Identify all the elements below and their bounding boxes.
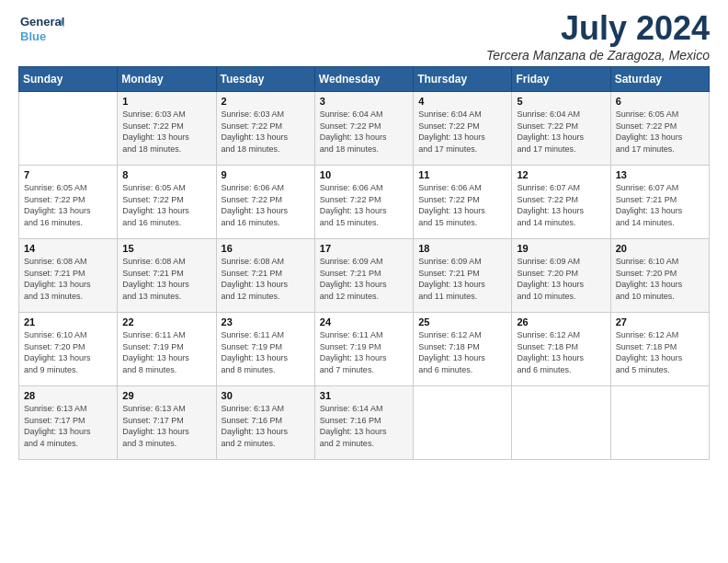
- day-number: 28: [24, 390, 112, 401]
- day-number: 22: [122, 316, 210, 327]
- svg-text:General: General: [20, 15, 64, 29]
- day-info: Sunrise: 6:06 AM Sunset: 7:22 PM Dayligh…: [320, 182, 408, 228]
- calendar-cell: [414, 386, 512, 460]
- day-number: 14: [24, 243, 112, 254]
- day-number: 18: [418, 243, 506, 254]
- calendar-cell: 14Sunrise: 6:08 AM Sunset: 7:21 PM Dayli…: [19, 239, 118, 313]
- day-info: Sunrise: 6:13 AM Sunset: 7:17 PM Dayligh…: [122, 403, 210, 449]
- day-number: 7: [24, 169, 112, 180]
- day-number: 23: [222, 316, 310, 327]
- column-header-sunday: Sunday: [19, 67, 118, 92]
- day-number: 17: [320, 243, 408, 254]
- calendar-cell: 5Sunrise: 6:04 AM Sunset: 7:22 PM Daylig…: [512, 92, 610, 166]
- day-number: 21: [24, 316, 112, 327]
- calendar-cell: [19, 92, 118, 166]
- calendar-cell: 24Sunrise: 6:11 AM Sunset: 7:19 PM Dayli…: [314, 313, 413, 386]
- day-number: 12: [517, 169, 605, 180]
- day-info: Sunrise: 6:10 AM Sunset: 7:20 PM Dayligh…: [616, 256, 704, 302]
- day-info: Sunrise: 6:11 AM Sunset: 7:19 PM Dayligh…: [122, 329, 210, 375]
- day-info: Sunrise: 6:08 AM Sunset: 7:21 PM Dayligh…: [222, 256, 310, 302]
- day-info: Sunrise: 6:08 AM Sunset: 7:21 PM Dayligh…: [24, 256, 112, 302]
- day-number: 13: [616, 169, 704, 180]
- calendar-cell: 29Sunrise: 6:13 AM Sunset: 7:17 PM Dayli…: [118, 386, 216, 460]
- day-number: 19: [517, 243, 605, 254]
- day-info: Sunrise: 6:04 AM Sunset: 7:22 PM Dayligh…: [517, 109, 605, 155]
- logo: General Blue: [18, 9, 64, 50]
- calendar-cell: 15Sunrise: 6:08 AM Sunset: 7:21 PM Dayli…: [118, 239, 216, 313]
- column-header-friday: Friday: [512, 67, 610, 92]
- day-info: Sunrise: 6:07 AM Sunset: 7:21 PM Dayligh…: [616, 182, 704, 228]
- calendar-cell: 20Sunrise: 6:10 AM Sunset: 7:20 PM Dayli…: [610, 239, 709, 313]
- day-info: Sunrise: 6:04 AM Sunset: 7:22 PM Dayligh…: [418, 109, 506, 155]
- day-number: 26: [517, 316, 605, 327]
- week-row-3: 14Sunrise: 6:08 AM Sunset: 7:21 PM Dayli…: [19, 239, 710, 313]
- day-info: Sunrise: 6:11 AM Sunset: 7:19 PM Dayligh…: [320, 329, 408, 375]
- calendar-cell: 4Sunrise: 6:04 AM Sunset: 7:22 PM Daylig…: [414, 92, 512, 166]
- calendar-cell: 27Sunrise: 6:12 AM Sunset: 7:18 PM Dayli…: [610, 313, 709, 386]
- week-row-4: 21Sunrise: 6:10 AM Sunset: 7:20 PM Dayli…: [19, 313, 710, 386]
- day-info: Sunrise: 6:03 AM Sunset: 7:22 PM Dayligh…: [122, 109, 210, 155]
- calendar-cell: 10Sunrise: 6:06 AM Sunset: 7:22 PM Dayli…: [314, 166, 413, 239]
- calendar-cell: 31Sunrise: 6:14 AM Sunset: 7:16 PM Dayli…: [314, 386, 413, 460]
- day-number: 24: [320, 316, 408, 327]
- day-number: 2: [222, 96, 310, 107]
- day-info: Sunrise: 6:11 AM Sunset: 7:19 PM Dayligh…: [222, 329, 310, 375]
- calendar-cell: 7Sunrise: 6:05 AM Sunset: 7:22 PM Daylig…: [19, 166, 118, 239]
- svg-text:Blue: Blue: [20, 29, 46, 43]
- day-number: 3: [320, 96, 408, 107]
- day-info: Sunrise: 6:03 AM Sunset: 7:22 PM Dayligh…: [222, 109, 310, 155]
- logo-svg: General Blue: [18, 9, 64, 50]
- day-info: Sunrise: 6:13 AM Sunset: 7:16 PM Dayligh…: [222, 403, 310, 449]
- day-info: Sunrise: 6:05 AM Sunset: 7:22 PM Dayligh…: [24, 182, 112, 228]
- day-info: Sunrise: 6:13 AM Sunset: 7:17 PM Dayligh…: [24, 403, 112, 449]
- calendar-cell: 18Sunrise: 6:09 AM Sunset: 7:21 PM Dayli…: [414, 239, 512, 313]
- day-info: Sunrise: 6:04 AM Sunset: 7:22 PM Dayligh…: [320, 109, 408, 155]
- day-number: 29: [122, 390, 210, 401]
- calendar-cell: 30Sunrise: 6:13 AM Sunset: 7:16 PM Dayli…: [216, 386, 314, 460]
- calendar-cell: 11Sunrise: 6:06 AM Sunset: 7:22 PM Dayli…: [414, 166, 512, 239]
- calendar-cell: 3Sunrise: 6:04 AM Sunset: 7:22 PM Daylig…: [314, 92, 413, 166]
- calendar-cell: 1Sunrise: 6:03 AM Sunset: 7:22 PM Daylig…: [118, 92, 216, 166]
- calendar-cell: 17Sunrise: 6:09 AM Sunset: 7:21 PM Dayli…: [314, 239, 413, 313]
- day-number: 25: [418, 316, 506, 327]
- day-info: Sunrise: 6:12 AM Sunset: 7:18 PM Dayligh…: [418, 329, 506, 375]
- calendar-cell: 8Sunrise: 6:05 AM Sunset: 7:22 PM Daylig…: [118, 166, 216, 239]
- calendar-cell: 2Sunrise: 6:03 AM Sunset: 7:22 PM Daylig…: [216, 92, 314, 166]
- day-info: Sunrise: 6:09 AM Sunset: 7:21 PM Dayligh…: [418, 256, 506, 302]
- day-info: Sunrise: 6:12 AM Sunset: 7:18 PM Dayligh…: [517, 329, 605, 375]
- day-number: 9: [222, 169, 310, 180]
- calendar-cell: 12Sunrise: 6:07 AM Sunset: 7:22 PM Dayli…: [512, 166, 610, 239]
- calendar-cell: 21Sunrise: 6:10 AM Sunset: 7:20 PM Dayli…: [19, 313, 118, 386]
- calendar-cell: 23Sunrise: 6:11 AM Sunset: 7:19 PM Dayli…: [216, 313, 314, 386]
- calendar-cell: 16Sunrise: 6:08 AM Sunset: 7:21 PM Dayli…: [216, 239, 314, 313]
- calendar-cell: [512, 386, 610, 460]
- day-info: Sunrise: 6:10 AM Sunset: 7:20 PM Dayligh…: [24, 329, 112, 375]
- day-number: 27: [616, 316, 704, 327]
- day-info: Sunrise: 6:06 AM Sunset: 7:22 PM Dayligh…: [418, 182, 506, 228]
- week-row-1: 1Sunrise: 6:03 AM Sunset: 7:22 PM Daylig…: [19, 92, 710, 166]
- column-header-saturday: Saturday: [610, 67, 709, 92]
- day-info: Sunrise: 6:07 AM Sunset: 7:22 PM Dayligh…: [517, 182, 605, 228]
- day-number: 15: [122, 243, 210, 254]
- page-header: General Blue July 2024 Tercera Manzana d…: [18, 9, 710, 63]
- day-info: Sunrise: 6:05 AM Sunset: 7:22 PM Dayligh…: [122, 182, 210, 228]
- day-number: 11: [418, 169, 506, 180]
- location: Tercera Manzana de Zaragoza, Mexico: [486, 48, 710, 63]
- column-header-thursday: Thursday: [414, 67, 512, 92]
- day-number: 16: [222, 243, 310, 254]
- day-number: 10: [320, 169, 408, 180]
- calendar-cell: [610, 386, 709, 460]
- day-number: 1: [122, 96, 210, 107]
- day-number: 5: [517, 96, 605, 107]
- day-number: 20: [616, 243, 704, 254]
- calendar-cell: 25Sunrise: 6:12 AM Sunset: 7:18 PM Dayli…: [414, 313, 512, 386]
- week-row-5: 28Sunrise: 6:13 AM Sunset: 7:17 PM Dayli…: [19, 386, 710, 460]
- calendar-cell: 6Sunrise: 6:05 AM Sunset: 7:22 PM Daylig…: [610, 92, 709, 166]
- column-header-tuesday: Tuesday: [216, 67, 314, 92]
- day-info: Sunrise: 6:12 AM Sunset: 7:18 PM Dayligh…: [616, 329, 704, 375]
- month-title: July 2024: [486, 9, 710, 48]
- day-info: Sunrise: 6:14 AM Sunset: 7:16 PM Dayligh…: [320, 403, 408, 449]
- calendar-cell: 9Sunrise: 6:06 AM Sunset: 7:22 PM Daylig…: [216, 166, 314, 239]
- day-info: Sunrise: 6:09 AM Sunset: 7:20 PM Dayligh…: [517, 256, 605, 302]
- calendar-cell: 19Sunrise: 6:09 AM Sunset: 7:20 PM Dayli…: [512, 239, 610, 313]
